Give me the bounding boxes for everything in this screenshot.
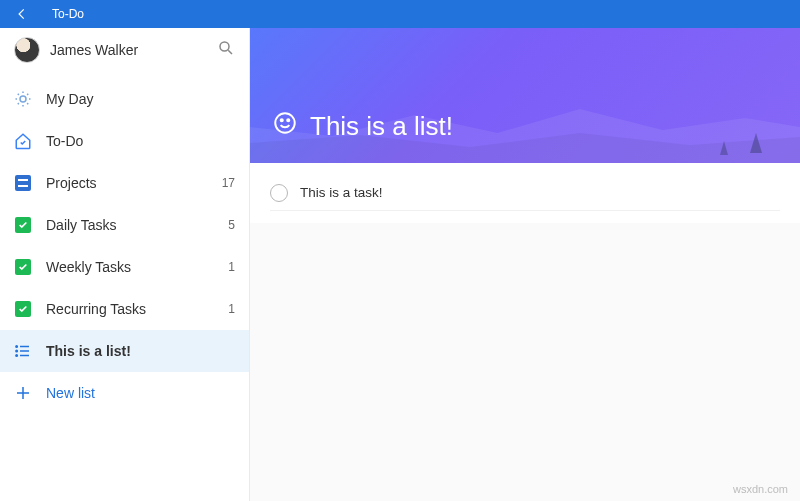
sidebar-item-label: My Day <box>46 91 221 107</box>
task-list: This is a task! <box>250 163 800 223</box>
svg-point-3 <box>16 350 18 352</box>
user-name: James Walker <box>50 42 207 58</box>
svg-point-4 <box>16 355 18 357</box>
plus-icon <box>14 384 32 402</box>
sidebar-item-this-is-a-list[interactable]: This is a list! <box>0 330 249 372</box>
home-icon <box>14 132 32 150</box>
search-button[interactable] <box>217 39 235 61</box>
new-list-label: New list <box>46 385 95 401</box>
svg-point-0 <box>220 42 229 51</box>
svg-point-6 <box>281 119 283 121</box>
sidebar-item-label: To-Do <box>46 133 221 149</box>
new-list-button[interactable]: New list <box>0 372 249 414</box>
task-title: This is a task! <box>300 185 383 200</box>
sidebar-item-todo[interactable]: To-Do <box>0 120 249 162</box>
sidebar: James Walker My Day To-Do <box>0 28 250 501</box>
sidebar-list: My Day To-Do Projects 17 <box>0 72 249 414</box>
sidebar-item-weekly-tasks[interactable]: Weekly Tasks 1 <box>0 246 249 288</box>
sidebar-item-label: Weekly Tasks <box>46 259 214 275</box>
search-icon <box>217 39 235 57</box>
sidebar-item-daily-tasks[interactable]: Daily Tasks 5 <box>0 204 249 246</box>
sidebar-item-count: 5 <box>228 218 235 232</box>
svg-point-7 <box>287 119 289 121</box>
sidebar-item-count: 17 <box>222 176 235 190</box>
sidebar-item-count: 1 <box>228 260 235 274</box>
sidebar-item-my-day[interactable]: My Day <box>0 78 249 120</box>
sidebar-item-label: Recurring Tasks <box>46 301 214 317</box>
svg-point-5 <box>275 113 295 133</box>
sidebar-item-recurring-tasks[interactable]: Recurring Tasks 1 <box>0 288 249 330</box>
grid-icon <box>14 174 32 192</box>
task-checkbox[interactable] <box>270 184 288 202</box>
sidebar-item-label: Projects <box>46 175 208 191</box>
task-row[interactable]: This is a task! <box>270 175 780 211</box>
sidebar-item-label: This is a list! <box>46 343 221 359</box>
app-title: To-Do <box>52 7 84 21</box>
avatar <box>14 37 40 63</box>
checkbox-icon <box>14 300 32 318</box>
back-arrow-icon <box>15 7 29 21</box>
checkbox-icon <box>14 216 32 234</box>
sidebar-item-projects[interactable]: Projects 17 <box>0 162 249 204</box>
sidebar-item-label: Daily Tasks <box>46 217 214 233</box>
sidebar-item-count: 1 <box>228 302 235 316</box>
main-panel: This is a list! This is a task! <box>250 28 800 501</box>
smiley-icon[interactable] <box>272 110 298 143</box>
svg-point-2 <box>16 346 18 348</box>
back-button[interactable] <box>0 0 44 28</box>
svg-point-1 <box>20 96 26 102</box>
list-header: This is a list! <box>250 28 800 163</box>
user-row[interactable]: James Walker <box>0 28 249 72</box>
list-title[interactable]: This is a list! <box>310 111 453 142</box>
title-bar: To-Do <box>0 0 800 28</box>
watermark: wsxdn.com <box>733 483 788 495</box>
sun-icon <box>14 90 32 108</box>
list-icon <box>14 342 32 360</box>
checkbox-icon <box>14 258 32 276</box>
